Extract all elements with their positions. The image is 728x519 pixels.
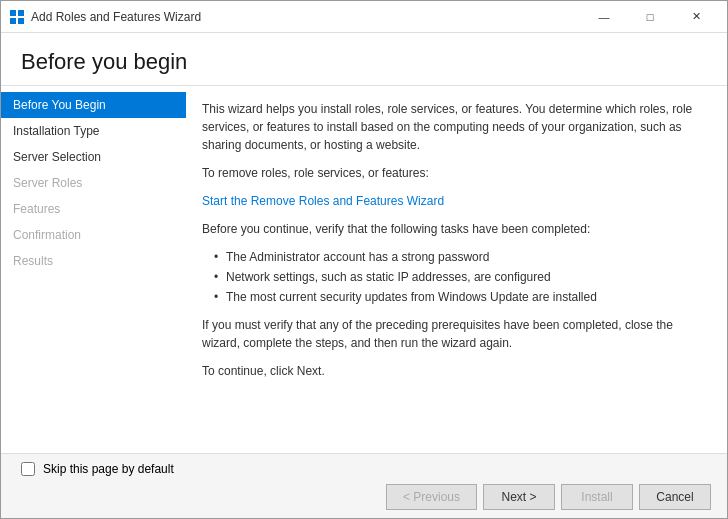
main-content: Before You Begin Installation Type Serve… (1, 86, 727, 453)
previous-button[interactable]: < Previous (386, 484, 477, 510)
window-title: Add Roles and Features Wizard (31, 10, 581, 24)
continue-note: To continue, click Next. (202, 362, 707, 380)
install-button[interactable]: Install (561, 484, 633, 510)
bullet-item-2: Network settings, such as static IP addr… (214, 268, 707, 286)
remove-wizard-link[interactable]: Start the Remove Roles and Features Wiza… (202, 194, 444, 208)
window-icon (9, 9, 25, 25)
content-panel: This wizard helps you install roles, rol… (186, 86, 727, 453)
minimize-button[interactable]: — (581, 1, 627, 33)
sidebar-item-server-roles: Server Roles (1, 170, 186, 196)
page-header: Before you begin (1, 33, 727, 86)
svg-rect-1 (18, 10, 24, 16)
sidebar-item-confirmation: Confirmation (1, 222, 186, 248)
svg-rect-2 (10, 18, 16, 24)
verify-paragraph: Before you continue, verify that the fol… (202, 220, 707, 238)
cancel-button[interactable]: Cancel (639, 484, 711, 510)
footer: Skip this page by default < Previous Nex… (1, 453, 727, 518)
close-button[interactable]: ✕ (673, 1, 719, 33)
title-bar: Add Roles and Features Wizard — □ ✕ (1, 1, 727, 33)
sidebar-item-server-selection[interactable]: Server Selection (1, 144, 186, 170)
remove-paragraph: To remove roles, role services, or featu… (202, 164, 707, 182)
sidebar-item-features: Features (1, 196, 186, 222)
window-controls: — □ ✕ (581, 1, 719, 33)
svg-rect-0 (10, 10, 16, 16)
sidebar-item-installation-type[interactable]: Installation Type (1, 118, 186, 144)
wizard-window: Add Roles and Features Wizard — □ ✕ Befo… (0, 0, 728, 519)
bullet-list: The Administrator account has a strong p… (214, 248, 707, 306)
content-area: Before you begin Before You Begin Instal… (1, 33, 727, 453)
sidebar-item-results: Results (1, 248, 186, 274)
skip-label[interactable]: Skip this page by default (43, 462, 174, 476)
sidebar-item-before-you-begin[interactable]: Before You Begin (1, 92, 186, 118)
next-button[interactable]: Next > (483, 484, 555, 510)
checkbox-row: Skip this page by default (17, 462, 711, 476)
button-row: < Previous Next > Install Cancel (17, 484, 711, 510)
svg-rect-3 (18, 18, 24, 24)
skip-checkbox[interactable] (21, 462, 35, 476)
maximize-button[interactable]: □ (627, 1, 673, 33)
bullet-item-1: The Administrator account has a strong p… (214, 248, 707, 266)
bullet-item-3: The most current security updates from W… (214, 288, 707, 306)
sidebar: Before You Begin Installation Type Serve… (1, 86, 186, 453)
verify-note: If you must verify that any of the prece… (202, 316, 707, 352)
intro-paragraph: This wizard helps you install roles, rol… (202, 100, 707, 154)
page-title: Before you begin (21, 49, 707, 75)
